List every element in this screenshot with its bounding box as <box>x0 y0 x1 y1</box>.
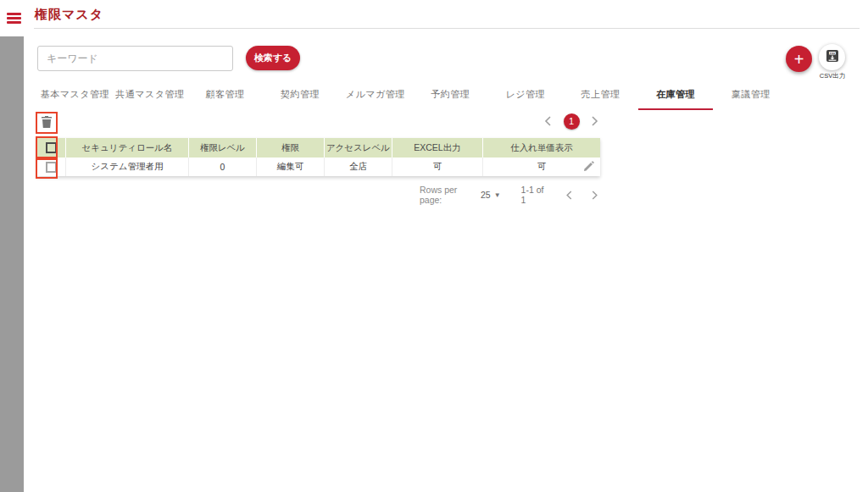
page-next-button[interactable] <box>590 114 600 128</box>
tab-contract[interactable]: 契約管理 <box>263 85 338 110</box>
svg-text:CSV: CSV <box>829 52 835 55</box>
header-select-cell <box>37 138 66 158</box>
table-pagination-bottom: Rows per page: 25 ▼ 1-1 of 1 <box>420 185 600 205</box>
select-all-checkbox[interactable] <box>46 142 57 153</box>
collapsed-sidebar <box>0 36 24 492</box>
tab-inventory[interactable]: 在庫管理 <box>638 85 714 110</box>
csv-export-button[interactable]: CSV <box>819 44 845 70</box>
add-button[interactable]: + <box>786 46 812 72</box>
rows-prev-button[interactable] <box>564 189 574 202</box>
row-select-cell <box>37 158 66 176</box>
tab-register[interactable]: レジ管理 <box>488 85 564 110</box>
category-tabbar: 基本マスタ管理 共通マスタ管理 顧客管理 契約管理 メルマガ管理 予約管理 レジ… <box>37 85 788 110</box>
keyword-input[interactable] <box>37 46 233 71</box>
table-pagination-top: 1 <box>542 112 600 130</box>
plus-icon: + <box>794 50 804 69</box>
header-permission: 権限 <box>257 138 325 158</box>
trash-icon <box>41 119 53 131</box>
cell-role-name: システム管理者用 <box>66 158 189 176</box>
rows-per-page-label: Rows per page: <box>420 185 475 205</box>
tab-common-master[interactable]: 共通マスタ管理 <box>113 85 188 110</box>
rows-per-page-caret-icon[interactable]: ▼ <box>494 191 501 199</box>
edit-pencil-icon[interactable] <box>583 161 594 174</box>
search-button[interactable]: 検索する <box>246 46 300 70</box>
cell-permission: 編集可 <box>257 158 325 176</box>
cell-unit-price: 可 <box>483 158 600 176</box>
app-window: 権限マスタ 検索する + CSV CSV出力 基本マスタ管理 共通マスタ管理 顧… <box>0 0 868 492</box>
roles-table: セキュリティロール名 権限レベル 権限 アクセスレベル EXCEL出力 仕入れ単… <box>37 138 600 176</box>
tab-sales[interactable]: 売上管理 <box>563 85 638 110</box>
row-checkbox[interactable] <box>46 162 57 173</box>
rows-per-page-value[interactable]: 25 <box>481 190 491 200</box>
tab-mailmag[interactable]: メルマガ管理 <box>337 85 413 110</box>
rows-next-button[interactable] <box>590 189 600 202</box>
header-excel: EXCEL出力 <box>392 138 483 158</box>
cell-excel: 可 <box>392 158 483 176</box>
header-level: 権限レベル <box>189 138 257 158</box>
page-prev-button[interactable] <box>542 114 553 128</box>
table-header-row: セキュリティロール名 権限レベル 権限 アクセスレベル EXCEL出力 仕入れ単… <box>37 138 600 158</box>
csv-file-icon: CSV <box>826 49 839 65</box>
tab-ringi[interactable]: 稟議管理 <box>713 85 788 110</box>
header-access: アクセスレベル <box>325 138 392 158</box>
delete-button[interactable] <box>39 115 54 130</box>
csv-export-label: CSV出力 <box>812 72 853 80</box>
title-divider <box>34 28 860 29</box>
menu-icon[interactable] <box>7 13 21 24</box>
tab-customer[interactable]: 顧客管理 <box>187 85 263 110</box>
header-unit-price: 仕入れ単価表示 <box>483 138 600 158</box>
row-range-label: 1-1 of 1 <box>521 185 548 205</box>
page-number-badge[interactable]: 1 <box>564 113 580 130</box>
page-title: 権限マスタ <box>35 7 103 23</box>
table-row: システム管理者用 0 編集可 全店 可 可 <box>37 158 600 176</box>
tab-basic-master[interactable]: 基本マスタ管理 <box>37 85 113 110</box>
tab-reservation[interactable]: 予約管理 <box>413 85 488 110</box>
cell-access: 全店 <box>325 158 392 176</box>
cell-level: 0 <box>189 158 257 176</box>
header-role-name: セキュリティロール名 <box>66 138 189 158</box>
